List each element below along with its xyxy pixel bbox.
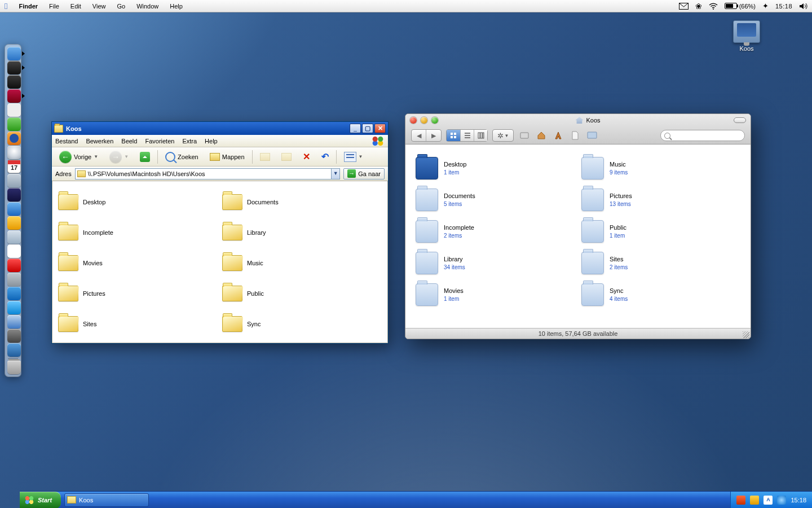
dock-item-adium[interactable] <box>7 117 21 131</box>
dock-item-win[interactable] <box>7 202 21 216</box>
paw-icon[interactable]: ❀ <box>695 2 702 11</box>
menubar-window[interactable]: Window <box>131 3 164 10</box>
finder-folder-item[interactable]: Library34 items <box>416 247 575 279</box>
dock-item-duck[interactable] <box>7 216 21 230</box>
xp-menu-favorites[interactable]: Favorieten <box>145 138 174 144</box>
xp-folder-item[interactable]: Sites <box>56 309 220 339</box>
dock-item-calc[interactable] <box>7 174 21 187</box>
xp-folder-item[interactable]: Sync <box>220 309 384 339</box>
menubar-edit[interactable]: Edit <box>65 3 87 10</box>
menubar-clock[interactable]: 15:18 <box>775 3 792 10</box>
xp-folder-item[interactable]: Pictures <box>56 278 220 309</box>
taskbar-clock[interactable]: 15:18 <box>791 497 806 503</box>
finder-forward-button[interactable]: ▶ <box>426 130 441 141</box>
dock-item-x11[interactable] <box>7 103 21 117</box>
finder-zoom-button[interactable] <box>431 117 438 124</box>
wifi-icon[interactable] <box>709 3 718 10</box>
xp-search-button[interactable]: Zoeken <box>161 150 202 164</box>
dock-item-magnet[interactable] <box>7 259 21 272</box>
xp-forward-button[interactable]: →▼ <box>105 150 133 164</box>
finder-folder-contents[interactable]: Desktop1 itemMusic9 itemsDocuments5 item… <box>405 144 751 329</box>
dock-item-un[interactable] <box>7 188 21 202</box>
xp-menu-file[interactable]: Bestand <box>55 138 78 144</box>
xp-go-button[interactable]: → Ga naar <box>343 168 385 179</box>
finder-document-icon[interactable] <box>569 129 581 142</box>
dock-item-saf[interactable] <box>7 146 21 159</box>
finder-action-menu[interactable]: ✲▼ <box>492 129 514 142</box>
finder-close-button[interactable] <box>410 117 417 124</box>
dock-item-term[interactable] <box>7 61 21 75</box>
resize-grip[interactable] <box>743 331 749 338</box>
finder-folder-item[interactable]: Incomplete2 items <box>416 216 575 247</box>
xp-folder-item[interactable]: Desktop <box>56 187 220 217</box>
xp-undo-button[interactable]: ↶ <box>317 150 333 164</box>
dock-item-par[interactable] <box>7 89 21 103</box>
xp-back-button[interactable]: ←Vorige▼ <box>55 150 102 164</box>
sync-icon[interactable]: ✦ <box>762 2 769 10</box>
apple-menu-icon[interactable]:  <box>5 1 7 11</box>
xp-delete-button[interactable]: ✕ <box>299 150 314 164</box>
xp-menu-edit[interactable]: Bewerken <box>86 138 113 144</box>
taskbar-item-koos[interactable]: Koos <box>64 493 149 507</box>
finder-folder-item[interactable]: Pictures13 items <box>581 184 740 216</box>
dock-trash[interactable] <box>7 361 21 374</box>
start-button[interactable]: Start <box>20 492 61 509</box>
finder-folder-item[interactable]: Sites2 items <box>581 247 740 279</box>
finder-folder-item[interactable]: Public1 item <box>581 216 740 247</box>
xp-up-button[interactable] <box>136 150 154 164</box>
mail-icon[interactable] <box>679 3 689 10</box>
menubar-view[interactable]: View <box>87 3 112 10</box>
xp-close-button[interactable]: ✕ <box>374 124 386 133</box>
finder-disk-icon[interactable] <box>518 129 531 142</box>
xp-folder-item[interactable]: Music <box>220 248 384 278</box>
dock-item-misc[interactable] <box>7 343 21 357</box>
xp-address-dropdown[interactable]: ▼ <box>331 169 339 179</box>
finder-icon-view[interactable] <box>447 130 460 141</box>
dock-item-itunes[interactable] <box>7 315 21 329</box>
tray-shield-icon[interactable] <box>736 496 745 505</box>
menubar-file[interactable]: File <box>43 3 65 10</box>
dock-item-inst[interactable] <box>7 244 21 258</box>
finder-toolbar-toggle[interactable] <box>734 117 746 123</box>
finder-folder-item[interactable]: Movies1 item <box>416 279 575 310</box>
battery-indicator[interactable]: (66%) <box>725 3 756 10</box>
finder-home-icon[interactable] <box>535 129 548 142</box>
dock-item-cal[interactable]: 17 <box>7 160 21 173</box>
menubar-go[interactable]: Go <box>111 3 131 10</box>
volume-icon[interactable] <box>799 3 807 10</box>
finder-folder-item[interactable]: Documents5 items <box>416 184 575 216</box>
dock-item-act[interactable] <box>7 75 21 89</box>
dock-item-tool[interactable] <box>7 273 21 286</box>
menubar-help[interactable]: Help <box>164 3 188 10</box>
xp-folder-item[interactable]: Library <box>220 217 384 248</box>
finder-folder-item[interactable]: Desktop1 item <box>416 152 575 184</box>
dock-item-ff[interactable] <box>7 132 21 145</box>
xp-move-button[interactable] <box>256 150 274 164</box>
xp-folders-button[interactable]: Mappen <box>206 150 249 164</box>
finder-folder-item[interactable]: Sync4 items <box>581 279 740 310</box>
xp-menu-help[interactable]: Help <box>205 138 218 144</box>
xp-menu-view[interactable]: Beeld <box>121 138 137 144</box>
finder-back-button[interactable]: ◀ <box>412 130 426 141</box>
finder-applications-icon[interactable] <box>552 129 564 142</box>
finder-column-view[interactable] <box>474 130 487 141</box>
tray-network-icon[interactable] <box>750 496 759 505</box>
menubar-app-name[interactable]: Finder <box>13 3 43 10</box>
finder-search-input[interactable] <box>660 130 745 141</box>
xp-maximize-button[interactable]: ▢ <box>362 124 373 133</box>
xp-folder-item[interactable]: Incomplete <box>56 217 220 248</box>
xp-views-button[interactable]: ▼ <box>340 150 367 164</box>
tray-bluetooth-icon[interactable] <box>777 496 786 505</box>
tray-language-icon[interactable]: A <box>764 496 773 505</box>
dock-item-finder[interactable] <box>7 47 21 60</box>
xp-copy-button[interactable] <box>277 150 295 164</box>
finder-titlebar[interactable]: Koos <box>405 114 751 126</box>
desktop-icon-computer[interactable]: Koos <box>726 20 767 52</box>
finder-minimize-button[interactable] <box>421 117 427 124</box>
dock-item-ichat[interactable] <box>7 301 21 314</box>
xp-menu-extra[interactable]: Extra <box>182 138 197 144</box>
xp-folder-item[interactable]: Movies <box>56 248 220 278</box>
dock-item-w[interactable] <box>7 287 21 300</box>
dock-item-auto[interactable] <box>7 230 21 244</box>
xp-folder-contents[interactable]: DesktopDocumentsIncompleteLibraryMoviesM… <box>52 181 388 343</box>
